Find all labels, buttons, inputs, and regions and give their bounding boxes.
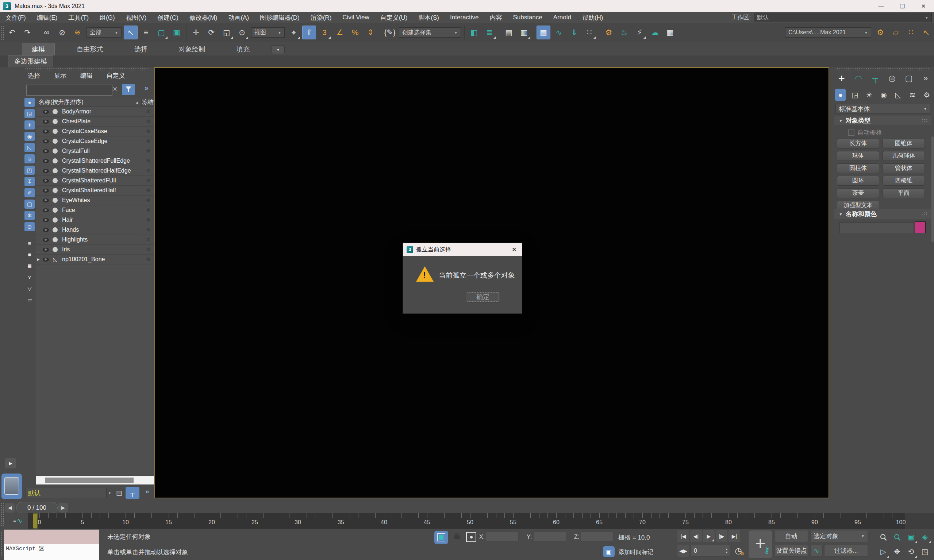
field-of-view-icon[interactable]: ▷ <box>877 545 890 558</box>
toggle-ribbon-icon[interactable]: ▦ <box>536 26 550 39</box>
more-tabs-chevron[interactable]: » <box>920 72 931 85</box>
select-and-manipulate-icon[interactable]: ⇧ <box>302 26 316 39</box>
zoom-icon[interactable] <box>877 530 890 544</box>
eye-icon[interactable] <box>43 159 49 163</box>
scene-object-row[interactable]: BodyArmor❄ <box>36 107 154 117</box>
category-cameras-icon[interactable]: ◉ <box>878 89 889 101</box>
command-panel-grip[interactable] <box>837 68 929 71</box>
reference-coordinate-dropdown[interactable]: 视图▼ <box>251 28 285 38</box>
menu-item[interactable]: 动画(A) <box>223 12 254 23</box>
asset-library-icon[interactable]: ▦ <box>663 26 677 39</box>
object-name[interactable]: Hands <box>60 226 142 233</box>
frozen-icon[interactable]: ❄ <box>142 177 154 184</box>
display-tab[interactable]: ▢ <box>903 72 915 85</box>
object-name[interactable]: CrystalShatteredFUll <box>60 177 142 184</box>
primitive-button[interactable]: 茶壶 <box>837 188 879 198</box>
eye-icon[interactable] <box>43 228 49 232</box>
menu-item[interactable]: 帮助(H) <box>577 12 609 23</box>
auto-key-button[interactable]: 自动 <box>775 530 808 542</box>
ribbon-tab-建模[interactable]: 建模 <box>22 43 55 55</box>
menu-item[interactable]: 创建(C) <box>152 12 184 23</box>
category-geometry-icon[interactable]: ● <box>835 89 846 101</box>
restore-button[interactable]: ❏ <box>892 0 913 12</box>
show-frozen-icon[interactable]: ❄ <box>25 211 35 220</box>
frozen-icon[interactable]: ❄ <box>142 128 154 135</box>
explorer-menu-自定义[interactable]: 自定义 <box>106 71 125 82</box>
frozen-icon[interactable]: ❄ <box>142 197 154 203</box>
category-helpers-icon[interactable]: ◺ <box>893 89 903 101</box>
curve-editor-icon[interactable]: ∿ <box>552 26 566 39</box>
ribbon-tab-自由形式[interactable]: 自由形式 <box>67 43 113 55</box>
statusbar-grip[interactable] <box>1 531 3 557</box>
create-tab[interactable]: + <box>836 72 848 85</box>
align-icon[interactable]: ≣ <box>482 26 496 39</box>
folder-view-icon[interactable]: ▱ <box>25 295 35 304</box>
frozen-icon[interactable]: ❄ <box>142 148 154 154</box>
primitive-button[interactable]: 四棱锥 <box>883 176 925 186</box>
select-by-name-icon[interactable]: ≡ <box>139 26 153 39</box>
time-configuration-button[interactable]: ◷ ⚙ <box>732 545 744 557</box>
menu-item[interactable]: 脚本(S) <box>413 12 445 23</box>
primitive-button[interactable]: 球体 <box>837 151 879 161</box>
render-setup-icon[interactable]: ⚙ <box>602 26 616 39</box>
scrollbar-thumb[interactable] <box>45 478 134 483</box>
eye-icon[interactable] <box>43 238 49 242</box>
explorer-grip[interactable] <box>25 68 149 71</box>
eye-icon[interactable] <box>43 110 49 114</box>
rect-selection-region-icon[interactable]: ▢ <box>154 26 168 39</box>
dialog-title-bar[interactable]: 3 孤立当前选择 ✕ <box>403 243 522 256</box>
object-name[interactable]: BodyArmor <box>60 108 142 115</box>
render-production-icon[interactable]: ⚡ <box>632 26 646 39</box>
percent-snap-icon[interactable]: % <box>348 26 362 39</box>
z-coordinate-field[interactable] <box>581 532 613 542</box>
object-name[interactable]: CrystalShatteredHalf <box>60 187 142 194</box>
pan-icon[interactable]: ✥ <box>891 545 904 558</box>
search-input[interactable] <box>26 85 113 95</box>
eye-icon[interactable] <box>43 179 49 183</box>
scene-object-row[interactable]: ChestPlate❄ <box>36 117 154 126</box>
menu-item[interactable]: Civil View <box>337 12 375 23</box>
scene-script-nodes-icon[interactable]: ∷ <box>904 26 918 39</box>
object-name[interactable]: Iris <box>60 246 142 253</box>
maxscript-mini-listener[interactable]: MAXScript 迷 <box>4 529 99 559</box>
menu-item[interactable]: 修改器(M) <box>184 12 223 23</box>
unlink-selection-icon[interactable]: ⊘ <box>55 26 69 39</box>
rendered-frame-window-icon[interactable]: ♨ <box>617 26 631 39</box>
mirror-icon[interactable]: ◧ <box>467 26 481 39</box>
object-name[interactable]: Highlights <box>60 236 142 243</box>
filter-cameras-icon[interactable]: ◉ <box>25 132 35 141</box>
ribbon-tab-对象绘制[interactable]: 对象绘制 <box>170 43 214 55</box>
select-and-move-icon[interactable]: ✛ <box>189 26 203 39</box>
prev-frame-button[interactable]: ◀| <box>690 530 702 542</box>
polygon-modeling-subtab[interactable]: 多边形建模 <box>8 55 53 67</box>
key-tangents-icon[interactable]: ∿ <box>810 545 823 557</box>
filter-boxes-icon[interactable]: ▢ <box>25 200 35 209</box>
angle-snap-icon[interactable]: ∠ <box>333 26 347 39</box>
frozen-icon[interactable]: ❄ <box>142 118 154 125</box>
filter-groups-icon[interactable]: ◰ <box>25 166 35 175</box>
selection-filter-button[interactable] <box>122 84 135 95</box>
filter-shapes-icon[interactable]: ◲ <box>25 109 35 118</box>
menu-item[interactable]: 文件(F) <box>0 12 31 23</box>
timeline-grip[interactable] <box>1 503 4 527</box>
name-column-header[interactable]: 名称(按升序排序) <box>36 98 136 106</box>
scene-object-row[interactable]: CrystallShatteredFullEdge❄ <box>36 156 154 166</box>
object-name[interactable]: CrystallShatteredHalfEdge <box>60 168 142 174</box>
listener-macro-pane[interactable] <box>4 530 99 544</box>
object-name[interactable]: EyeWhites <box>60 197 142 203</box>
object-name[interactable]: ChestPlate <box>60 118 142 125</box>
close-button[interactable]: ✕ <box>913 0 934 12</box>
eye-icon[interactable] <box>43 149 49 153</box>
object-color-swatch[interactable] <box>915 222 926 233</box>
scene-script-folder-icon[interactable]: ▱ <box>889 26 903 39</box>
eye-icon[interactable] <box>43 218 49 222</box>
menu-item[interactable]: Substance <box>507 12 547 23</box>
menu-item[interactable]: 组(G) <box>94 12 120 23</box>
frozen-icon[interactable]: ❄ <box>142 246 154 253</box>
redo-icon[interactable]: ↷ <box>20 26 34 39</box>
hierarchy-tab[interactable]: ┬ <box>869 72 881 85</box>
category-lights-icon[interactable]: ☀ <box>864 89 874 101</box>
filter-lights-icon[interactable]: ☀ <box>25 120 35 129</box>
frozen-icon[interactable]: ❄ <box>142 226 154 233</box>
snaps-toggle-icon[interactable]: 3 <box>317 26 331 39</box>
